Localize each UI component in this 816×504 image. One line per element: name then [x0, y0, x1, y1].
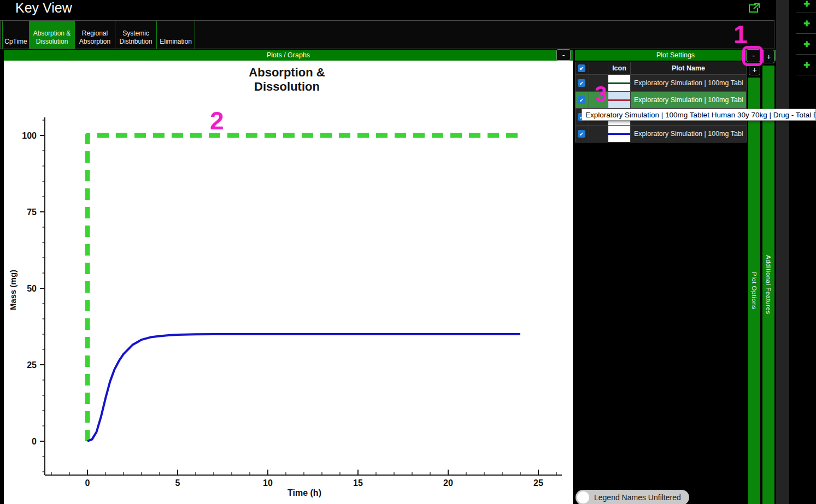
- tab-absorption-dissolution[interactable]: Absorption & Dissolution: [30, 21, 75, 49]
- plus-icon: ✚: [803, 40, 810, 49]
- plot-line-icon: [608, 92, 630, 108]
- tab-plot-options[interactable]: Plot Options: [748, 78, 760, 504]
- svg-text:Dissolution: Dissolution: [254, 80, 320, 93]
- sidebar-divider: [796, 75, 816, 75]
- sidebar-divider: [796, 33, 816, 34]
- check-icon: ✔: [579, 66, 584, 72]
- tab-additional-features[interactable]: Additional Features: [762, 66, 774, 504]
- svg-text:15: 15: [353, 478, 363, 488]
- annotation-3: 3: [595, 83, 607, 105]
- svg-text:Mass (mg): Mass (mg): [8, 270, 17, 310]
- plots-graphs-header: Plots / Graphs: [4, 50, 573, 61]
- svg-text:25: 25: [27, 360, 37, 370]
- plot-settings-expand-button[interactable]: +: [763, 50, 774, 63]
- sidebar-add-button[interactable]: ✚: [797, 17, 816, 30]
- svg-text:100: 100: [22, 131, 37, 140]
- check-icon: ✔: [579, 131, 584, 137]
- sidebar-divider: [796, 54, 816, 55]
- plus-icon: ✚: [803, 61, 810, 69]
- plot-visible-checkbox[interactable]: ✔: [578, 96, 585, 104]
- annotation-1: 1: [733, 22, 748, 47]
- svg-text:20: 20: [443, 478, 453, 488]
- sidebar-add-button[interactable]: ✚: [797, 0, 816, 10]
- chart-svg: 05101520250255075100Absorption &Dissolut…: [4, 61, 573, 504]
- sidebar-divider: [796, 13, 816, 13]
- plus-icon: ✚: [803, 0, 810, 8]
- select-all-checkbox[interactable]: ✔: [578, 64, 585, 72]
- svg-text:0: 0: [85, 478, 90, 488]
- page-title: Key View: [15, 0, 72, 16]
- sidebar-add-button[interactable]: ✚: [797, 58, 816, 72]
- svg-text:0: 0: [32, 437, 37, 446]
- tab-systemic-distribution[interactable]: Systemic Distribution: [115, 21, 157, 49]
- legend-names-toggle[interactable]: Legend Names Unfiltered: [576, 490, 689, 504]
- svg-text:Absorption &: Absorption &: [249, 66, 325, 79]
- export-icon[interactable]: [747, 2, 761, 14]
- plus-icon: ✚: [803, 19, 810, 28]
- plot-name: Exploratory Simulation | 100mg Tabl: [631, 92, 747, 109]
- column-plot-name: Plot Name: [631, 62, 747, 75]
- plot-name-tooltip: Exploratory Simulation | 100mg Tablet Hu…: [582, 109, 816, 121]
- tab-bar: CpTime Absorption & Dissolution Regional…: [0, 20, 774, 49]
- plot-name: Exploratory Simulation | 100mg Tabl: [631, 75, 747, 92]
- sidebar-add-button[interactable]: ✚: [797, 38, 816, 51]
- svg-text:50: 50: [27, 284, 37, 293]
- plot-line-icon: [608, 126, 630, 142]
- tab-elimination[interactable]: Elimination: [157, 21, 195, 49]
- check-icon: ✔: [579, 80, 584, 86]
- check-icon: ✔: [579, 97, 584, 103]
- plot-row[interactable]: ✔ Exploratory Simulation | 100mg Tabl: [576, 126, 747, 143]
- tab-cptime[interactable]: CpTime: [2, 21, 30, 49]
- plots-collapse-button[interactable]: -: [556, 49, 571, 61]
- annotation-highlight-box: [742, 46, 763, 66]
- app-root: Key View CpTime Absorption & Dissolution…: [0, 0, 816, 504]
- panel-divider: [776, 0, 789, 504]
- tab-regional-absorption[interactable]: Regional Absorption: [75, 21, 115, 49]
- chart-canvas: 05101520250255075100Absorption &Dissolut…: [4, 61, 573, 504]
- svg-text:75: 75: [27, 207, 37, 217]
- plot-visible-checkbox[interactable]: ✔: [578, 130, 585, 138]
- svg-text:5: 5: [175, 478, 180, 488]
- plot-line-icon: [608, 75, 630, 91]
- svg-text:Time (h): Time (h): [287, 488, 321, 497]
- svg-text:10: 10: [263, 478, 273, 488]
- plot-visible-checkbox[interactable]: ✔: [578, 79, 585, 87]
- plot-table-header-row: ✔ Icon Plot Name: [576, 62, 747, 75]
- svg-text:25: 25: [533, 478, 543, 488]
- toggle-label: Legend Names Unfiltered: [594, 493, 681, 502]
- annotation-2: 2: [210, 108, 224, 133]
- column-icon: Icon: [608, 62, 631, 75]
- plot-name: Exploratory Simulation | 100mg Tabl: [631, 126, 747, 143]
- toggle-knob[interactable]: [577, 491, 589, 503]
